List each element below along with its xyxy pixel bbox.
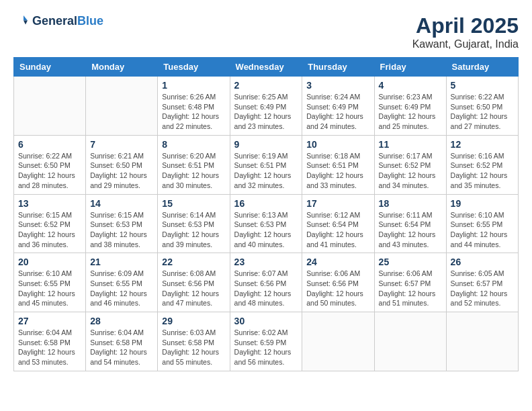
day-info: Sunrise: 6:18 AM Sunset: 6:51 PM Dayligh…	[306, 151, 369, 191]
day-info: Sunrise: 6:08 AM Sunset: 6:56 PM Dayligh…	[162, 269, 225, 308]
calendar-cell	[374, 312, 446, 371]
calendar-cell: 22Sunrise: 6:08 AM Sunset: 6:56 PM Dayli…	[158, 253, 230, 312]
day-number: 3	[306, 80, 369, 91]
calendar-cell	[14, 77, 86, 136]
day-number: 28	[90, 316, 153, 326]
calendar-cell: 17Sunrise: 6:12 AM Sunset: 6:54 PM Dayli…	[302, 194, 374, 253]
calendar-cell	[86, 77, 158, 136]
calendar-cell: 25Sunrise: 6:06 AM Sunset: 6:57 PM Dayli…	[374, 253, 446, 312]
weekday-header-sunday: Sunday	[14, 58, 86, 77]
day-number: 8	[162, 139, 225, 150]
calendar-table: SundayMondayTuesdayWednesdayThursdayFrid…	[13, 57, 519, 371]
day-number: 14	[90, 198, 153, 209]
day-info: Sunrise: 6:13 AM Sunset: 6:53 PM Dayligh…	[234, 210, 298, 250]
week-row-1: 1Sunrise: 6:26 AM Sunset: 6:48 PM Daylig…	[14, 77, 519, 136]
day-info: Sunrise: 6:09 AM Sunset: 6:55 PM Dayligh…	[90, 269, 153, 308]
day-info: Sunrise: 6:06 AM Sunset: 6:57 PM Dayligh…	[379, 269, 442, 308]
logo-general: General	[32, 14, 77, 28]
day-info: Sunrise: 6:22 AM Sunset: 6:50 PM Dayligh…	[18, 151, 81, 191]
calendar-cell: 6Sunrise: 6:22 AM Sunset: 6:50 PM Daylig…	[14, 135, 86, 194]
calendar-cell: 23Sunrise: 6:07 AM Sunset: 6:56 PM Dayli…	[230, 253, 302, 312]
title-area: April 2025 Kawant, Gujarat, India	[412, 13, 519, 50]
day-info: Sunrise: 6:26 AM Sunset: 6:48 PM Dayligh…	[162, 92, 225, 132]
day-number: 4	[379, 80, 442, 91]
day-info: Sunrise: 6:22 AM Sunset: 6:50 PM Dayligh…	[451, 92, 514, 132]
weekday-header-wednesday: Wednesday	[230, 58, 302, 77]
day-number: 5	[451, 80, 514, 91]
calendar-cell: 27Sunrise: 6:04 AM Sunset: 6:58 PM Dayli…	[14, 312, 86, 371]
day-number: 22	[162, 257, 225, 267]
day-info: Sunrise: 6:17 AM Sunset: 6:52 PM Dayligh…	[379, 151, 442, 191]
week-row-5: 27Sunrise: 6:04 AM Sunset: 6:58 PM Dayli…	[14, 312, 519, 371]
day-info: Sunrise: 6:19 AM Sunset: 6:51 PM Dayligh…	[234, 151, 298, 191]
day-info: Sunrise: 6:16 AM Sunset: 6:52 PM Dayligh…	[451, 151, 514, 191]
day-info: Sunrise: 6:20 AM Sunset: 6:51 PM Dayligh…	[162, 151, 225, 191]
day-number: 24	[306, 257, 369, 267]
calendar-cell	[446, 312, 518, 371]
calendar-cell: 10Sunrise: 6:18 AM Sunset: 6:51 PM Dayli…	[302, 135, 374, 194]
calendar-cell: 8Sunrise: 6:20 AM Sunset: 6:51 PM Daylig…	[158, 135, 230, 194]
logo: GeneralBlue	[13, 13, 103, 30]
day-info: Sunrise: 6:23 AM Sunset: 6:49 PM Dayligh…	[379, 92, 442, 132]
day-number: 20	[18, 257, 81, 267]
day-info: Sunrise: 6:06 AM Sunset: 6:56 PM Dayligh…	[306, 269, 369, 308]
calendar-subtitle: Kawant, Gujarat, India	[412, 38, 519, 50]
day-number: 21	[90, 257, 153, 267]
weekday-header-thursday: Thursday	[302, 58, 374, 77]
day-info: Sunrise: 6:25 AM Sunset: 6:49 PM Dayligh…	[234, 92, 298, 132]
day-number: 19	[451, 198, 514, 209]
day-info: Sunrise: 6:10 AM Sunset: 6:55 PM Dayligh…	[451, 210, 514, 250]
day-number: 30	[234, 316, 298, 326]
calendar-cell: 18Sunrise: 6:11 AM Sunset: 6:54 PM Dayli…	[374, 194, 446, 253]
day-number: 9	[234, 139, 298, 150]
day-info: Sunrise: 6:02 AM Sunset: 6:59 PM Dayligh…	[234, 328, 298, 367]
weekday-header-saturday: Saturday	[446, 58, 518, 77]
day-number: 15	[162, 198, 225, 209]
day-info: Sunrise: 6:04 AM Sunset: 6:58 PM Dayligh…	[18, 328, 81, 367]
logo-text-line1: GeneralBlue	[32, 15, 103, 28]
calendar-cell: 14Sunrise: 6:15 AM Sunset: 6:53 PM Dayli…	[86, 194, 158, 253]
calendar-cell: 5Sunrise: 6:22 AM Sunset: 6:50 PM Daylig…	[446, 77, 518, 136]
calendar-cell: 13Sunrise: 6:15 AM Sunset: 6:52 PM Dayli…	[14, 194, 86, 253]
calendar-cell	[302, 312, 374, 371]
week-row-2: 6Sunrise: 6:22 AM Sunset: 6:50 PM Daylig…	[14, 135, 519, 194]
day-info: Sunrise: 6:12 AM Sunset: 6:54 PM Dayligh…	[306, 210, 369, 250]
svg-marker-2	[24, 21, 28, 25]
day-number: 10	[306, 139, 369, 150]
weekday-header-friday: Friday	[374, 58, 446, 77]
day-number: 12	[451, 139, 514, 150]
calendar-cell: 16Sunrise: 6:13 AM Sunset: 6:53 PM Dayli…	[230, 194, 302, 253]
weekday-header-tuesday: Tuesday	[158, 58, 230, 77]
page-header: GeneralBlue April 2025 Kawant, Gujarat, …	[13, 13, 519, 50]
calendar-title: April 2025	[412, 13, 519, 38]
day-info: Sunrise: 6:21 AM Sunset: 6:50 PM Dayligh…	[90, 151, 153, 191]
day-info: Sunrise: 6:10 AM Sunset: 6:55 PM Dayligh…	[18, 269, 81, 308]
day-info: Sunrise: 6:15 AM Sunset: 6:53 PM Dayligh…	[90, 210, 153, 250]
day-number: 2	[234, 80, 298, 91]
svg-rect-0	[13, 13, 30, 30]
day-info: Sunrise: 6:14 AM Sunset: 6:53 PM Dayligh…	[162, 210, 225, 250]
calendar-cell: 29Sunrise: 6:03 AM Sunset: 6:58 PM Dayli…	[158, 312, 230, 371]
day-number: 27	[18, 316, 81, 326]
day-info: Sunrise: 6:05 AM Sunset: 6:57 PM Dayligh…	[451, 269, 514, 308]
weekday-header-monday: Monday	[86, 58, 158, 77]
day-number: 16	[234, 198, 298, 209]
calendar-cell: 30Sunrise: 6:02 AM Sunset: 6:59 PM Dayli…	[230, 312, 302, 371]
week-row-3: 13Sunrise: 6:15 AM Sunset: 6:52 PM Dayli…	[14, 194, 519, 253]
calendar-cell: 12Sunrise: 6:16 AM Sunset: 6:52 PM Dayli…	[446, 135, 518, 194]
day-number: 18	[379, 198, 442, 209]
day-number: 13	[18, 198, 81, 209]
day-number: 25	[379, 257, 442, 267]
day-info: Sunrise: 6:15 AM Sunset: 6:52 PM Dayligh…	[18, 210, 81, 250]
day-number: 7	[90, 139, 153, 150]
calendar-cell: 3Sunrise: 6:24 AM Sunset: 6:49 PM Daylig…	[302, 77, 374, 136]
calendar-cell: 24Sunrise: 6:06 AM Sunset: 6:56 PM Dayli…	[302, 253, 374, 312]
calendar-cell: 11Sunrise: 6:17 AM Sunset: 6:52 PM Dayli…	[374, 135, 446, 194]
calendar-cell: 21Sunrise: 6:09 AM Sunset: 6:55 PM Dayli…	[86, 253, 158, 312]
day-info: Sunrise: 6:03 AM Sunset: 6:58 PM Dayligh…	[162, 328, 225, 367]
calendar-cell: 26Sunrise: 6:05 AM Sunset: 6:57 PM Dayli…	[446, 253, 518, 312]
svg-marker-1	[24, 15, 28, 21]
day-number: 1	[162, 80, 225, 91]
calendar-cell: 2Sunrise: 6:25 AM Sunset: 6:49 PM Daylig…	[230, 77, 302, 136]
day-number: 17	[306, 198, 369, 209]
